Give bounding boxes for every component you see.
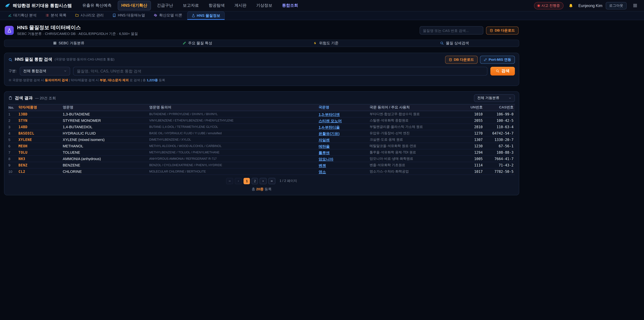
nav-item[interactable]: 기상정보	[252, 1, 276, 11]
search-button[interactable]: 검색	[490, 67, 515, 75]
cell-english-name: TOLUENE	[63, 150, 149, 154]
db-download-button[interactable]: DB 다운로드	[486, 27, 518, 35]
col-abbr: 약자/제품명	[18, 105, 63, 110]
database-icon	[449, 58, 452, 61]
cell-english-name: 1,4-BUTANEDIOL	[63, 125, 149, 129]
hint-text: 등록	[158, 78, 165, 82]
behavior-class-filter-select[interactable]: 전체 거동분류	[474, 94, 515, 102]
search-hint: ※ 국문명·영문명 검색 시 동의어까지 검색 | 약자/제품명 검색 시 부분…	[8, 78, 515, 82]
tab-hns-response-manual[interactable]: HNS 대응매뉴얼	[108, 12, 149, 20]
unified-search-panel: HNS 물질 통합 검색 (국문명·영문명·동의어·CAS·UN번호 통합) D…	[4, 53, 519, 86]
unified-search-input[interactable]	[73, 67, 487, 75]
hint-text: 로 검색 | 총	[129, 78, 147, 82]
category-select[interactable]: 전체 통합검색	[20, 67, 70, 75]
menu-button[interactable]	[630, 2, 639, 10]
korean-name-link[interactable]: 윤활유(기유)	[319, 131, 340, 135]
table-row[interactable]: 6 MEOH METHANOL METHYL ALCOHOL / WOOD AL…	[8, 143, 515, 149]
bolt-icon	[313, 41, 317, 45]
tab-diffusion-model-theory[interactable]: 확산모델 이론	[150, 12, 186, 20]
korean-name-link[interactable]: 자일렌	[319, 138, 330, 142]
table-row[interactable]: 3 14BD 1,4-BUTANEDIOL BUTANE-1,4-DIOL / …	[8, 124, 515, 130]
bell-icon	[569, 3, 574, 8]
prev-page-icon	[237, 179, 240, 182]
incident-dot-icon	[538, 5, 540, 7]
korean-name-link[interactable]: 메탄올	[319, 144, 330, 148]
korean-name-link[interactable]: 암모니아	[319, 157, 334, 161]
nav-item[interactable]: 유출유 확산예측	[78, 1, 115, 11]
pagination-first-button[interactable]	[226, 178, 233, 184]
cell-korean-synonyms: 염소가스·수처리·화학공업	[370, 169, 463, 174]
search-button-label: 검색	[502, 68, 510, 74]
tab-scenario-management[interactable]: 시나리오 관리	[71, 12, 108, 20]
portmis-link-label: Port-MIS 연동	[489, 57, 511, 62]
table-row[interactable]: 2 STYN STYRENE MONOMER VINYLBENZENE / ET…	[8, 117, 515, 124]
cell-korean-synonyms: 암모니아·비료·냉매·화학원료	[370, 156, 463, 161]
nav-item[interactable]: 항공탐색	[205, 1, 228, 11]
portmis-link-button[interactable]: Port-MIS 연동	[480, 56, 515, 64]
quick-link-label: 주요 물질 특성	[188, 41, 212, 46]
logout-button[interactable]: 로그아웃	[606, 2, 626, 9]
cell-abbr: XYLENE	[18, 137, 63, 141]
tab-hns-substance-info[interactable]: HNS 물질정보	[187, 12, 225, 20]
tab-analysis-list[interactable]: 분석 목록	[41, 12, 70, 20]
korean-name-link[interactable]: 톨루엔	[319, 151, 330, 155]
pagination-prev-button[interactable]	[235, 178, 242, 184]
korean-name-link[interactable]: 1,4-부탄디올	[319, 125, 340, 129]
table-row[interactable]: 9 BENZ BENZENE BENZOL / CYCLOHEXATRIENE …	[8, 162, 515, 168]
korean-name-link[interactable]: 벤젠	[319, 163, 326, 167]
cell-korean-synonyms: 크실렌·도료·용제 원료	[370, 137, 463, 142]
cell-english-name: BENZENE	[63, 163, 149, 167]
quick-link-label: SEBC 거동분류	[58, 41, 84, 46]
col-un-number: UN번호	[463, 105, 484, 110]
col-english-name: 영문명	[63, 105, 149, 110]
search-panel-actions: DB 다운로드 Port-MIS 연동	[445, 56, 515, 64]
quick-link-risk-criteria[interactable]: 위험도 기준	[262, 40, 390, 47]
cell-abbr: BENZ	[18, 163, 63, 167]
top-navbar: 해양환경 위기대응 통합시스템 유출유 확산예측 HNS·대기확산 긴급구난 보…	[0, 0, 644, 12]
magnifier-icon	[8, 58, 12, 62]
nav-item[interactable]: 통합조회	[278, 1, 302, 11]
quick-link-sebc-classification[interactable]: SEBC 거동분류	[4, 40, 133, 47]
table-row[interactable]: 10 CL2 CHLORINE MOLECULAR CHLORINE / BER…	[8, 168, 515, 175]
book-icon	[112, 14, 116, 17]
table-row[interactable]: 1 13BD 1,3-BUTADIENE BUTADIENE / PYRROYL…	[8, 111, 515, 117]
quick-search-input[interactable]	[420, 26, 483, 35]
total-suffix: 등록	[264, 187, 272, 191]
page-header-actions: DB 다운로드	[420, 26, 518, 35]
nav-item[interactable]: 긴급구난	[153, 1, 177, 11]
table-row[interactable]: 7 TOLU TOLUENE METHYLBENZENE / TOLUOL / …	[8, 149, 515, 156]
cell-abbr: STYN	[18, 118, 63, 122]
pagination-next-button[interactable]	[260, 178, 267, 184]
korean-name-link[interactable]: 염소	[319, 170, 326, 174]
nav-item[interactable]: 보고자료	[179, 1, 202, 11]
page-subtitle: SEBC 거동분류 · CHRIS/CAMEO DB · AEGL/ERPG/I…	[17, 31, 138, 36]
incident-status-badge[interactable]: 사고 진행중	[534, 2, 564, 9]
korean-name-link[interactable]: 1,3-부타디엔	[319, 112, 340, 116]
brand-home-link[interactable]: 해양환경 위기대응 통합시스템	[5, 3, 72, 9]
table-row[interactable]: 8 NH3 AMMONIA (anhydrous) ANHYDROUS AMMO…	[8, 156, 515, 162]
cell-un-number: 1270	[463, 131, 484, 135]
notification-bell-button[interactable]	[567, 2, 575, 10]
pagination-page-1[interactable]: 1	[244, 178, 250, 184]
table-row[interactable]: 4 BASEOIL HYDRAULIC FLUID BASE OIL / HYD…	[8, 130, 515, 136]
cell-english-name: STYRENE MONOMER	[63, 118, 149, 122]
pagination-last-button[interactable]	[268, 178, 276, 184]
user-name: Eunjeong Kim	[578, 4, 602, 8]
page-title: HNS 물질정보 데이터베이스	[17, 25, 138, 30]
cell-un-number: 1005	[463, 157, 484, 161]
cell-no: 10	[8, 169, 18, 173]
table-row[interactable]: 5 XYLENE XYLENE (mixed isomers) DIMETHYL…	[8, 136, 515, 143]
cell-english-synonyms: BUTADIENE / PYRROYLENE / DIVINYL / BIVIN…	[149, 112, 319, 116]
korean-name-link[interactable]: 스티렌 모노머	[319, 119, 342, 123]
magnifier-icon	[496, 69, 500, 73]
quick-link-substance-properties[interactable]: 주요 물질 특성	[133, 40, 262, 47]
nav-item[interactable]: HNS·대기확산	[118, 1, 151, 11]
chevron-down-icon	[64, 70, 67, 73]
cell-no: 4	[8, 131, 18, 135]
pagination-page-2[interactable]: 2	[252, 178, 258, 184]
tab-air-diffusion-analysis[interactable]: 대기확산 분석	[4, 12, 40, 20]
quick-link-detail-search[interactable]: 물질 상세검색	[390, 40, 519, 47]
nav-item[interactable]: 게시판	[231, 1, 250, 11]
panel-db-download-button[interactable]: DB 다운로드	[445, 56, 478, 64]
first-page-icon	[228, 179, 231, 182]
